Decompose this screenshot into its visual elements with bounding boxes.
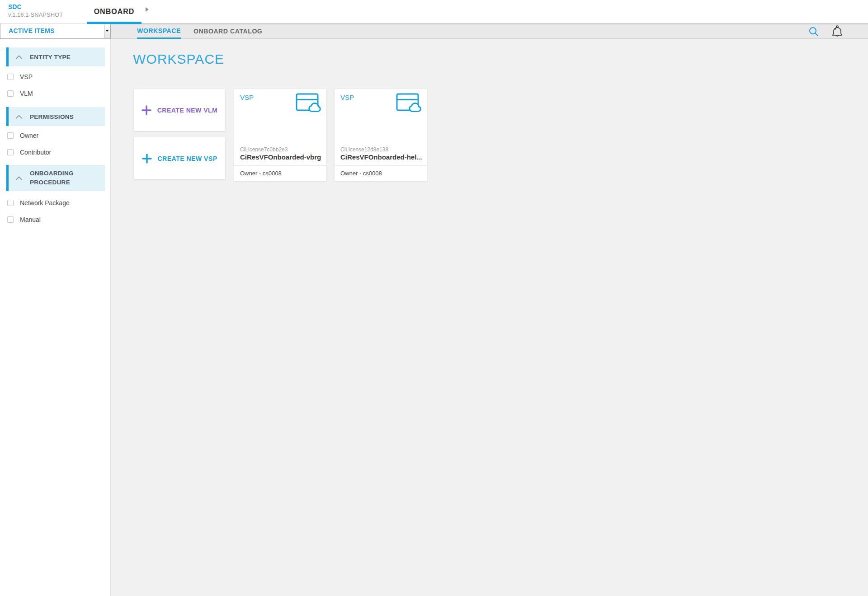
workspace-content: WORKSPACE CREATE NEW VLM CREATE NEW VSP … [111, 39, 868, 596]
chevron-up-icon [15, 176, 23, 180]
select-dropdown-button[interactable] [104, 23, 110, 38]
filter-manual[interactable]: Manual [7, 215, 41, 224]
create-new-vsp-button[interactable]: CREATE NEW VSP [134, 137, 225, 179]
vsp-software-product-icon [396, 93, 422, 114]
vsp-card[interactable]: VSP CiLicense7c0bb2e3 CiResVFOnboarded-v… [234, 89, 326, 181]
active-tab-underline [87, 22, 142, 24]
create-new-vlm-label: CREATE NEW VLM [157, 107, 218, 114]
filter-vsp[interactable]: VSP [7, 72, 33, 81]
card-divider [234, 165, 326, 166]
chevron-up-icon [15, 115, 23, 119]
filter-label: Manual [20, 216, 41, 223]
section-onboarding-procedure[interactable]: ONBOARDING PROCEDURE [6, 165, 105, 191]
tab-onboard-catalog[interactable]: ONBOARD CATALOG [193, 23, 262, 39]
card-name: CiResVFOnboarded-vbrg… [240, 153, 321, 161]
filter-label: Owner [20, 132, 38, 139]
chevron-up-icon [15, 55, 23, 59]
card-license-id: CiLicense12d8e138 [340, 146, 388, 153]
nav-expand-arrow-icon[interactable] [146, 7, 149, 12]
filter-label: Contributor [20, 149, 51, 156]
card-name: CiResVFOnboarded-hel… [340, 153, 422, 161]
section-entity-type[interactable]: ENTITY TYPE [6, 47, 105, 66]
section-title: ONBOARDING PROCEDURE [30, 169, 93, 188]
card-divider [335, 165, 427, 166]
app-version: v.1.16.1-SNAPSHOT [8, 11, 63, 19]
owner-checkbox[interactable] [7, 132, 14, 139]
card-type-label: VSP [240, 94, 254, 101]
card-owner: Owner - cs0008 [240, 170, 282, 177]
card-license-id: CiLicense7c0bb2e3 [240, 146, 288, 153]
filter-owner[interactable]: Owner [7, 131, 38, 140]
vsp-software-product-icon [296, 93, 321, 114]
create-new-vsp-label: CREATE NEW VSP [158, 155, 217, 162]
filters-sidebar: ENTITY TYPE VSP VLM PERMISSIONS Owner Co… [0, 39, 111, 596]
items-filter-value: ACTIVE ITEMS [9, 27, 55, 34]
tab-workspace-label: WORKSPACE [137, 27, 181, 34]
plus-icon [142, 105, 151, 115]
filter-network-package[interactable]: Network Package [7, 198, 70, 207]
card-type-label: VSP [340, 94, 354, 101]
section-title: ENTITY TYPE [30, 54, 71, 61]
filter-label: VSP [20, 73, 33, 80]
sdc-logo[interactable]: SDC v.1.16.1-SNAPSHOT [8, 3, 63, 19]
tab-onboard-catalog-label: ONBOARD CATALOG [193, 28, 262, 35]
vlm-checkbox[interactable] [7, 90, 14, 97]
tab-workspace[interactable]: WORKSPACE [137, 23, 181, 39]
search-icon[interactable] [807, 25, 820, 38]
caret-down-icon [105, 30, 109, 32]
manual-checkbox[interactable] [7, 216, 14, 223]
vsp-checkbox[interactable] [7, 74, 14, 80]
filter-label: VLM [20, 90, 33, 97]
contributor-checkbox[interactable] [7, 149, 14, 155]
secondary-toolbar: ACTIVE ITEMS WORKSPACE ONBOARD CATALOG [0, 23, 868, 39]
app-header: SDC v.1.16.1-SNAPSHOT ONBOARD [0, 0, 868, 23]
items-filter-select[interactable]: ACTIVE ITEMS [0, 22, 111, 39]
section-title: PERMISSIONS [30, 113, 74, 120]
vsp-card[interactable]: VSP CiLicense12d8e138 CiResVFOnboarded-h… [335, 89, 427, 181]
filter-vlm[interactable]: VLM [7, 89, 33, 98]
page-title: WORKSPACE [133, 52, 224, 67]
plus-icon [142, 154, 152, 164]
card-owner: Owner - cs0008 [340, 170, 382, 177]
section-permissions[interactable]: PERMISSIONS [6, 107, 105, 126]
create-new-vlm-button[interactable]: CREATE NEW VLM [134, 89, 225, 131]
nav-tab-onboard-label: ONBOARD [94, 8, 135, 16]
filter-contributor[interactable]: Contributor [7, 148, 51, 157]
nav-tab-onboard[interactable]: ONBOARD [87, 0, 142, 23]
app-title: SDC [8, 3, 63, 11]
notifications-bell-icon[interactable] [831, 25, 844, 38]
network-package-checkbox[interactable] [7, 200, 14, 206]
filter-label: Network Package [20, 199, 70, 206]
